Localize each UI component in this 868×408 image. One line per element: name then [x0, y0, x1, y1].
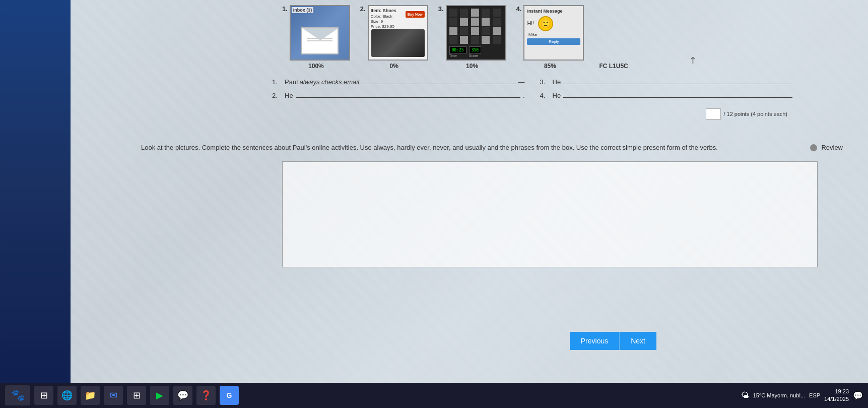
images-section: 1. Inbox (3) 100% 2. Item: Shoes: [272, 0, 868, 75]
sentence-num-3: 3.: [540, 78, 550, 86]
sentences-section: 1. Paul always checks email — 3. He 2. H…: [272, 78, 792, 105]
percent-2: 0%: [390, 63, 398, 70]
msg-from: -Mike: [527, 32, 580, 37]
nav-buttons: Previous Next: [570, 332, 656, 350]
score-display: 350: [469, 46, 481, 54]
sentence-item-2: 2. He .: [272, 92, 525, 99]
time-display: 19:23: [824, 388, 849, 395]
notification-icon: 💬: [853, 391, 863, 400]
sentence-row-2-4: 2. He . 4. He: [272, 92, 792, 99]
taskbar-icon-apps[interactable]: ⊞: [127, 386, 146, 405]
time-label: Time: [449, 54, 466, 57]
message-image: Instant Message Hi! 🙂 -Mike Reply: [523, 5, 584, 61]
date-display: 14/1/2025: [824, 395, 849, 403]
taskbar-icon-whatsapp[interactable]: 💬: [173, 386, 192, 405]
inbox-label: Inbox (3): [292, 7, 314, 13]
taskbar-icon-edge[interactable]: 🌐: [57, 386, 77, 405]
percent-4: 85%: [544, 63, 556, 70]
image-number-4: 4.: [516, 5, 522, 13]
taskbar-icon-mail[interactable]: ✉: [104, 386, 123, 405]
image-item-3: 3. 00:25 Time 350: [438, 5, 506, 70]
sentence-row-1-2: 1. Paul always checks email — 3. He: [272, 78, 792, 86]
sentence-num-4: 4.: [540, 92, 550, 99]
image-item-2: 2. Item: Shoes Color: Black Size: 9 Pric…: [360, 5, 428, 70]
sentence-item-3: 3. He: [540, 78, 793, 86]
taskbar-icon-g[interactable]: G: [220, 386, 239, 405]
image-item-1: 1. Inbox (3) 100%: [282, 5, 350, 70]
sentence-item-1: 1. Paul always checks email —: [272, 78, 525, 86]
instructions-section: Look at the pictures. Complete the sente…: [141, 144, 843, 151]
previous-button[interactable]: Previous: [570, 332, 619, 350]
sentence-line-1: [362, 84, 515, 84]
answer-textarea[interactable]: [282, 161, 818, 267]
shoe-image: [371, 29, 425, 57]
taskbar-icon-play[interactable]: ▶: [150, 386, 169, 405]
smiley-icon: 🙂: [538, 16, 553, 31]
sentence-text-2: He: [285, 92, 293, 99]
taskbar-icon-monitor[interactable]: ⊞: [34, 386, 53, 405]
inbox-image: Inbox (3): [290, 5, 350, 61]
score-label: Score: [469, 54, 481, 57]
points-section: / 12 points (4 points each): [706, 108, 787, 120]
sentence-num-2: 2.: [272, 92, 282, 99]
taskbar-weather-icon: 🌤: [741, 391, 749, 400]
start-button[interactable]: 🐾: [5, 385, 30, 405]
buy-now-btn: Buy Now: [406, 11, 425, 18]
percent-3: 10%: [466, 63, 478, 70]
image-number-2: 2.: [360, 5, 366, 13]
sentence-num-1: 1.: [272, 78, 282, 86]
shopping-label: Item: Shoes Color: Black Size: 9 Price: …: [371, 8, 396, 30]
time-display: 00:25: [449, 46, 466, 54]
sentence-text-4: He: [553, 92, 561, 99]
shopping-image: Item: Shoes Color: Black Size: 9 Price: …: [368, 5, 428, 61]
taskbar-time: 19:23 14/1/2025: [824, 388, 849, 403]
review-circle-icon: [810, 144, 817, 151]
game-image: 00:25 Time 350 Score: [446, 5, 506, 61]
sentence-line-4: [563, 97, 792, 98]
sentence-line-2: [296, 97, 520, 98]
msg-greeting: Hi!: [527, 20, 533, 26]
sentence-dot-2: .: [523, 92, 525, 99]
main-content: 1. Inbox (3) 100% 2. Item: Shoes: [71, 0, 868, 383]
game-grid: [449, 9, 503, 44]
sentence-dash-1: —: [518, 78, 525, 86]
msg-title: Instant Message: [527, 9, 580, 14]
taskbar-weather: 15°C Mayorm. nubl...: [753, 392, 805, 398]
game-stats: 00:25 Time 350 Score: [449, 46, 503, 57]
points-input[interactable]: [706, 108, 721, 120]
taskbar-right: 🌤 15°C Mayorm. nubl... ESP 19:23 14/1/20…: [741, 388, 863, 403]
image-number-1: 1.: [282, 5, 288, 13]
percent-1: 100%: [308, 63, 324, 70]
sentence-text-1: Paul always checks email: [285, 78, 359, 86]
sentence-item-4: 4. He: [540, 92, 793, 99]
review-label: Review: [821, 144, 843, 151]
points-label: / 12 points (4 points each): [723, 111, 787, 117]
sentence-line-3: [563, 84, 792, 84]
image-number-3: 3.: [438, 5, 444, 13]
taskbar-icon-folder[interactable]: 📁: [81, 386, 100, 405]
reply-button[interactable]: Reply: [527, 38, 580, 45]
left-sidebar: [0, 0, 71, 383]
taskbar-icon-copilot[interactable]: ❓: [196, 386, 216, 405]
taskbar-lang: ESP: [809, 392, 820, 398]
image-item-4: 4. Instant Message Hi! 🙂 -Mike Reply 85%: [516, 5, 584, 70]
taskbar: 🐾 ⊞ 🌐 📁 ✉ ⊞ ▶ 💬 ❓ G 🌤 15°C Mayorm. nubl.…: [0, 383, 868, 408]
textarea-section: [282, 161, 818, 269]
instructions-text: Look at the pictures. Complete the sente…: [141, 144, 806, 151]
fc-label: FC L1U5C: [599, 63, 628, 70]
sentence-text-3: He: [553, 78, 561, 86]
next-button[interactable]: Next: [619, 332, 656, 350]
